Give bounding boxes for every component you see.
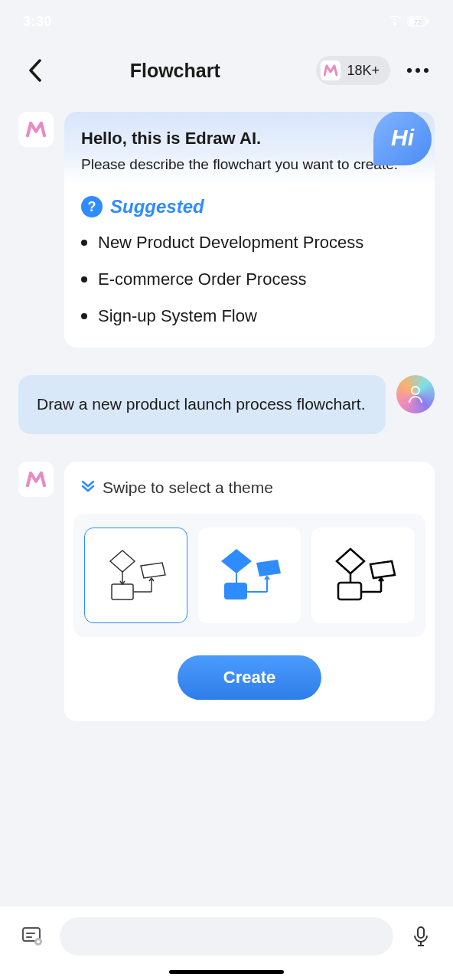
more-menu-button[interactable] (401, 62, 435, 79)
usage-badge[interactable]: 18K+ (316, 56, 390, 85)
badge-count: 18K+ (347, 63, 380, 79)
bottom-input-bar (0, 906, 453, 980)
svg-rect-22 (418, 927, 424, 938)
suggested-item[interactable]: New Product Development Process (81, 233, 418, 253)
status-time: 3:30 (23, 14, 52, 30)
ai-theme-row: Swipe to select a theme (18, 462, 435, 721)
ai-avatar-icon (18, 462, 54, 497)
user-avatar-icon (396, 375, 435, 413)
svg-rect-13 (338, 583, 361, 599)
wifi-icon (387, 16, 402, 27)
ai-message-row: Hi Hello, this is Edraw AI. Please descr… (18, 112, 435, 348)
battery-icon: 72 (407, 16, 430, 27)
intro-instruction: Please describe the flowchart you want t… (81, 156, 418, 173)
theme-label: Swipe to select a theme (103, 479, 273, 497)
theme-option-bold-outline[interactable] (311, 528, 415, 623)
suggested-text: Sign-up System Flow (98, 306, 257, 326)
suggested-item[interactable]: E-commerce Order Process (81, 270, 418, 289)
intro-greeting: Hello, this is Edraw AI. (81, 129, 418, 149)
svg-rect-5 (112, 584, 133, 599)
suggested-header: ? Suggested (81, 196, 418, 217)
user-message-row: Draw a new product launch process flowch… (18, 375, 435, 434)
chevron-down-icon (81, 479, 95, 496)
question-icon: ? (81, 196, 103, 217)
hi-badge-icon: Hi (373, 112, 432, 165)
suggested-text: E-commerce Order Process (98, 270, 307, 289)
svg-rect-2 (427, 19, 429, 24)
page-title: Flowchart (44, 60, 305, 82)
svg-rect-9 (224, 583, 247, 599)
suggested-text: New Product Development Process (98, 233, 363, 253)
intro-section: Hi Hello, this is Edraw AI. Please descr… (64, 112, 435, 182)
suggested-label: Suggested (110, 196, 204, 217)
home-indicator[interactable] (169, 970, 284, 974)
theme-card: Swipe to select a theme (64, 462, 435, 721)
status-bar: 3:30 72 (0, 0, 453, 43)
badge-logo-icon (321, 60, 341, 80)
theme-option-solid-blue[interactable] (198, 528, 301, 623)
svg-text:72: 72 (414, 18, 422, 26)
theme-strip[interactable] (73, 514, 425, 637)
message-input[interactable] (60, 917, 393, 956)
chat-templates-button[interactable] (17, 921, 47, 952)
suggested-item[interactable]: Sign-up System Flow (81, 306, 418, 326)
theme-header: Swipe to select a theme (64, 462, 435, 497)
microphone-button[interactable] (406, 921, 436, 952)
suggested-section: ? Suggested New Product Development Proc… (64, 182, 435, 348)
create-button[interactable]: Create (178, 655, 321, 700)
svg-point-4 (412, 387, 419, 394)
svg-point-21 (37, 940, 40, 943)
top-nav: Flowchart 18K+ (0, 43, 453, 98)
ai-message-card: Hi Hello, this is Edraw AI. Please descr… (64, 112, 435, 348)
user-message: Draw a new product launch process flowch… (18, 375, 386, 434)
status-icons: 72 (387, 16, 430, 27)
ai-avatar-icon (18, 112, 54, 147)
theme-option-outline[interactable] (84, 528, 187, 623)
